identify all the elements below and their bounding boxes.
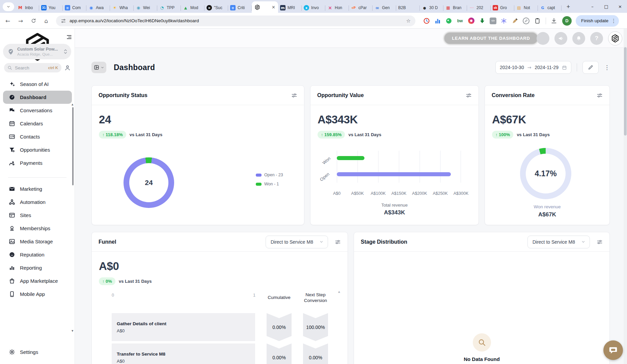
browser-tab[interactable]: 31You xyxy=(39,3,63,13)
chat-widget-button[interactable] xyxy=(603,340,623,360)
browser-tab[interactable]: ☀Wha xyxy=(110,3,134,13)
browser-tab[interactable]: ≡Com xyxy=(63,3,86,13)
history-clock-icon[interactable] xyxy=(423,17,430,25)
tab-search-button[interactable] xyxy=(3,2,14,11)
browser-tab[interactable]: ◉Wei xyxy=(134,3,157,13)
more-options-icon[interactable]: ⋮ xyxy=(604,64,610,71)
sidebar-item-conversations[interactable]: Conversations xyxy=(0,104,75,117)
snowflake-icon[interactable] xyxy=(500,17,508,25)
bar-open[interactable] xyxy=(337,172,451,176)
learn-about-dashboard-button[interactable]: LEARN ABOUT THE DASHBOARD xyxy=(444,32,538,44)
date-start[interactable]: 2024-10-30 xyxy=(500,65,524,70)
sidebar-item-sites[interactable]: Sites xyxy=(0,209,75,222)
sidebar-item-app-marketplace[interactable]: App Marketplace xyxy=(0,274,75,287)
edit-dashboard-button[interactable] xyxy=(582,61,599,74)
browser-tab[interactable]: ▲Mod xyxy=(181,3,205,13)
location-switcher[interactable]: Custom Solar Pow... Acacia Ridge, Que... xyxy=(3,44,71,59)
browser-tab[interactable]: mMRI xyxy=(278,3,302,13)
date-range-picker[interactable]: 2024-10-30 → 2024-11-29 xyxy=(495,61,571,74)
new-tab-button[interactable]: + xyxy=(564,2,573,11)
card-settings-icon[interactable] xyxy=(597,92,603,98)
help-button[interactable]: ? xyxy=(590,32,603,45)
browser-tab[interactable]: ▦Bran xyxy=(443,3,467,13)
minimize-button[interactable]: – xyxy=(585,0,599,13)
sidebar-item-contacts[interactable]: Contacts xyxy=(0,130,75,143)
sidebar-item-payments[interactable]: Payments xyxy=(0,156,75,170)
browser-tab[interactable]: ≡Criti xyxy=(228,3,252,13)
downloads-icon[interactable] xyxy=(550,17,557,25)
phone-button[interactable] xyxy=(537,32,549,45)
code-icon[interactable]: </> xyxy=(490,18,496,24)
page-scrollbar[interactable] xyxy=(624,29,627,364)
reload-button[interactable] xyxy=(28,16,38,26)
site-info-icon[interactable] xyxy=(61,18,66,24)
profile-icon[interactable] xyxy=(64,64,71,71)
browser-tab[interactable]: ◔TPP xyxy=(157,3,181,13)
sidebar-item-settings[interactable]: Settings xyxy=(0,345,75,359)
browser-tab[interactable]: ⋯202 xyxy=(467,3,491,13)
browser-tab-active[interactable]: ✕ xyxy=(252,1,278,13)
sidebar-item-media-storage[interactable]: Media Storage xyxy=(0,235,75,248)
analytics-icon[interactable] xyxy=(434,17,441,25)
sidebar-item-season-of-ai[interactable]: Season of AI xyxy=(0,78,75,91)
forward-button[interactable]: → xyxy=(16,16,26,26)
sidebar-scrollbar[interactable]: ▲ ▼ xyxy=(72,104,74,331)
browser-tab[interactable]: ∞Gen xyxy=(373,3,396,13)
browser-tab[interactable]: ×Hon xyxy=(325,3,349,13)
pen-icon[interactable] xyxy=(511,17,519,25)
browser-tab[interactable]: ◉Awa xyxy=(86,3,110,13)
sidebar-item-mobile-app[interactable]: Mobile App xyxy=(0,287,75,301)
sidebar-item-reputation[interactable]: Reputation xyxy=(0,248,75,261)
notifications-button[interactable] xyxy=(572,32,585,45)
clipboard-icon[interactable] xyxy=(534,17,541,25)
browser-tab[interactable]: cPcPar xyxy=(349,3,373,13)
card-settings-icon[interactable] xyxy=(335,239,341,245)
sidebar-item-opportunities[interactable]: Opportunities xyxy=(0,143,75,156)
pencil-circle-icon[interactable] xyxy=(522,17,530,25)
browser-tab[interactable]: MInbo xyxy=(16,3,39,13)
browser-tab[interactable]: ▤Not xyxy=(514,3,538,13)
scroll-up-hint-icon[interactable]: ▲ xyxy=(338,290,340,293)
profile-avatar[interactable]: D xyxy=(562,16,572,26)
scrollbar-thumb[interactable] xyxy=(624,47,627,135)
brand-avatar[interactable] xyxy=(608,31,622,46)
funnel-stage-row[interactable]: Gather Details of client A$0 xyxy=(112,313,255,341)
sidebar-item-calendars[interactable]: Calendars xyxy=(0,117,75,130)
browser-tab[interactable]: Gcapt xyxy=(538,3,562,13)
back-button[interactable]: ← xyxy=(3,16,13,26)
card-settings-icon[interactable] xyxy=(597,239,603,245)
sidebar-item-memberships[interactable]: Memberships xyxy=(0,222,75,235)
sidebar-collapse-icon[interactable] xyxy=(66,35,72,39)
camera-icon[interactable] xyxy=(467,17,475,25)
legend-item[interactable]: Open - 23 xyxy=(256,173,283,177)
scroll-down-icon[interactable]: ▼ xyxy=(72,330,73,332)
scroll-up-icon[interactable]: ▲ xyxy=(72,103,73,106)
maximize-button[interactable]: □ xyxy=(599,0,613,13)
date-end[interactable]: 2024-11-29 xyxy=(535,65,558,70)
scrollbar-thumb[interactable] xyxy=(72,107,74,185)
bar-won[interactable] xyxy=(337,156,364,160)
close-tab-icon[interactable]: ✕ xyxy=(272,5,275,9)
legend-item[interactable]: Won - 1 xyxy=(256,182,283,186)
pipeline-select[interactable]: Direct to Service M8 xyxy=(266,236,328,248)
finish-update-button[interactable]: Finish update ⋮ xyxy=(576,15,619,27)
browser-tab[interactable]: skGro xyxy=(491,3,514,13)
down-arrow-icon[interactable] xyxy=(479,17,486,25)
url-text[interactable]: app.empora.au/v2/location/NzIOoTecIH6DNe… xyxy=(70,18,406,23)
announcements-button[interactable] xyxy=(554,32,567,45)
card-settings-icon[interactable] xyxy=(466,92,472,98)
close-window-button[interactable]: × xyxy=(613,0,627,13)
bitwarden-icon[interactable]: bw xyxy=(456,17,464,25)
funnel-stage-row[interactable]: Transfer to Service M8 A$0 xyxy=(112,343,255,364)
pipeline-select[interactable]: Direct to Service M8 xyxy=(527,236,590,248)
bookmark-star-icon[interactable]: ☆ xyxy=(406,18,411,24)
browser-tab[interactable]: ×"Suc xyxy=(205,3,228,13)
sidebar-item-reporting[interactable]: Reporting xyxy=(0,261,75,274)
sidebar-item-dashboard[interactable]: Dashboard xyxy=(3,91,72,104)
sidebar-item-marketing[interactable]: Marketing xyxy=(0,182,75,195)
search-input[interactable]: Search ctrl K xyxy=(4,63,61,72)
sidebar-item-automation[interactable]: Automation xyxy=(0,195,75,209)
address-bar[interactable]: app.empora.au/v2/location/NzIOoTecIH6DNe… xyxy=(56,16,415,26)
dashboard-switcher-button[interactable] xyxy=(91,62,106,73)
browser-tab[interactable]: B2B xyxy=(396,3,420,13)
